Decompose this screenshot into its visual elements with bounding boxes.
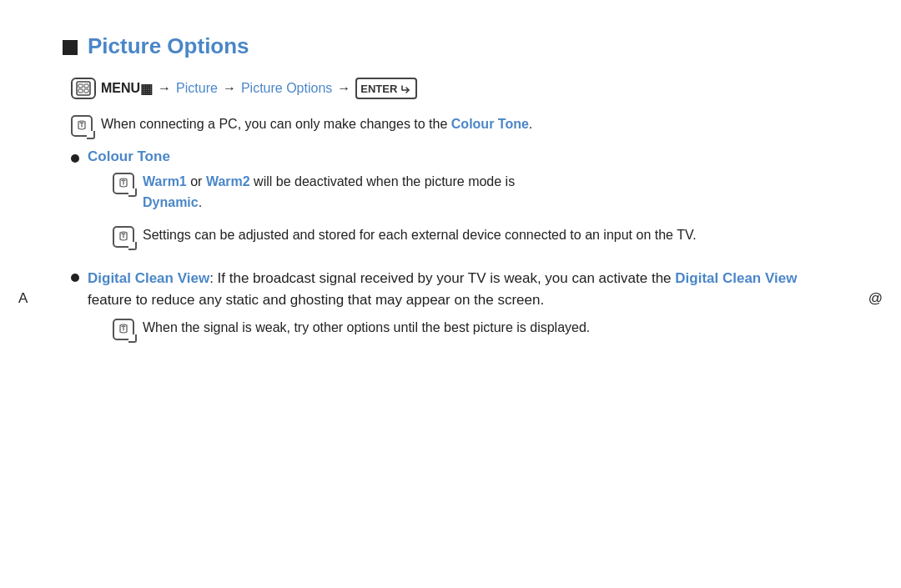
bullet-item-digital-clean-view: Digital Clean View: If the broadcast sig…: [71, 268, 838, 353]
menu-symbol: ▦: [140, 81, 153, 97]
menu-path: MENU ▦ → Picture → Picture Options → ENT…: [71, 78, 838, 99]
note-text-pc-start: When connecting a PC, you can only make …: [101, 117, 451, 131]
dynamic-label: Dynamic: [143, 195, 199, 209]
note-text-pc: When connecting a PC, you can only make …: [101, 114, 838, 135]
menu-arrow-2: →: [223, 81, 236, 96]
note-icon-dcv: [113, 319, 134, 340]
bullet-dcv-text-end: feature to reduce any static and ghostin…: [88, 292, 544, 308]
menu-link-picture: Picture: [176, 81, 218, 96]
bullet-text-dcv: Digital Clean View: If the broadcast sig…: [88, 270, 797, 308]
warm-or: or: [187, 174, 206, 188]
heading-square-icon: [63, 40, 78, 55]
svg-rect-2: [84, 84, 88, 88]
bullet-content-1: Colour Tone: [88, 148, 838, 259]
bullet-dot-1: [71, 154, 79, 163]
note-icon-1: [71, 115, 93, 137]
bullet-item-colour-tone: Colour Tone: [71, 148, 838, 259]
enter-label: ENTER: [360, 83, 397, 95]
bullet-label-colour-tone: Colour Tone: [88, 148, 170, 164]
page-title: Picture Options: [88, 33, 249, 59]
menu-arrow-1: →: [158, 81, 171, 96]
sub-note-dcv: When the signal is weak, try other optio…: [113, 318, 838, 340]
menu-arrow-3: →: [337, 81, 350, 96]
warm1-label: Warm1: [143, 174, 187, 188]
sub-note-settings-text: Settings can be adjusted and stored for …: [143, 225, 838, 246]
warm-text-end: will be deactivated when the picture mod…: [250, 174, 516, 188]
svg-rect-1: [78, 84, 83, 88]
dynamic-period: .: [199, 195, 202, 209]
menu-link-picture-options: Picture Options: [241, 81, 332, 96]
section-heading: Picture Options: [63, 33, 838, 59]
note-text-pc-end: .: [529, 117, 532, 131]
sub-notes-dcv: When the signal is weak, try other optio…: [113, 318, 838, 340]
sub-note-warm: Warm1 or Warm2 will be deactivated when …: [113, 172, 838, 214]
svg-rect-0: [77, 82, 90, 95]
menu-icon: [71, 78, 96, 99]
note-icon-warm: [113, 173, 134, 194]
note-icon-settings: [113, 226, 134, 248]
sub-note-settings: Settings can be adjusted and stored for …: [113, 225, 838, 248]
page-container: A @ Picture Options MENU ▦ → Picture: [0, 25, 901, 588]
menu-label: MENU: [101, 81, 140, 96]
note-link-colour-tone: Colour Tone: [451, 117, 529, 131]
bullet-label-dcv: Digital Clean View: [88, 270, 209, 286]
side-label-a: A: [18, 290, 28, 307]
bullet-dcv-link: Digital Clean View: [675, 270, 797, 286]
svg-rect-3: [78, 89, 83, 93]
note-line-pc: When connecting a PC, you can only make …: [71, 114, 838, 137]
svg-rect-4: [84, 89, 88, 93]
sub-note-warm-text: Warm1 or Warm2 will be deactivated when …: [143, 172, 838, 214]
bullet-content-2: Digital Clean View: If the broadcast sig…: [88, 268, 838, 353]
bullet-section: Colour Tone: [71, 148, 838, 352]
bullet-dot-2: [71, 274, 79, 282]
main-content: Picture Options MENU ▦ → Picture → Pictu…: [63, 25, 838, 352]
sub-note-dcv-text: When the signal is weak, try other optio…: [143, 318, 838, 339]
side-label-at: @: [868, 290, 883, 307]
warm2-label: Warm2: [206, 174, 250, 188]
bullet-dcv-text-start: If the broadcast signal received by your…: [214, 270, 675, 286]
enter-icon: ENTER: [355, 78, 417, 99]
sub-notes-colour-tone: Warm1 or Warm2 will be deactivated when …: [113, 172, 838, 248]
